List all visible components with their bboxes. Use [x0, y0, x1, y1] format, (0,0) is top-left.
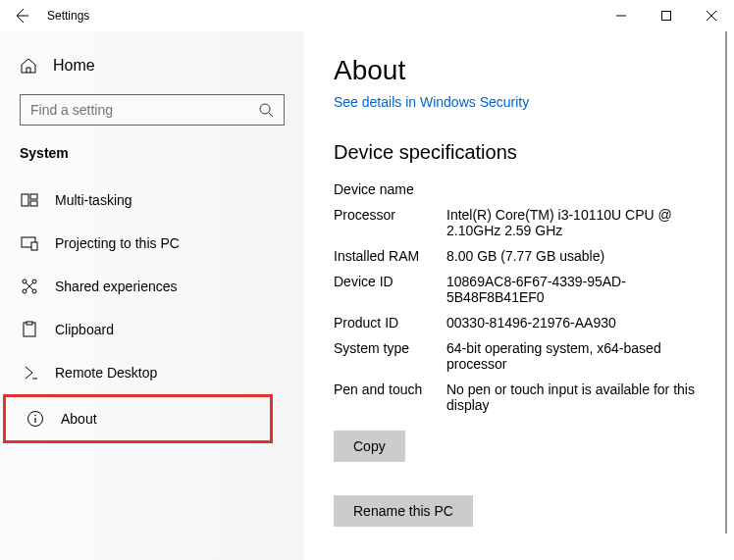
spec-pen-touch: Pen and touch No pen or touch input is a…: [334, 382, 724, 413]
spec-value: 8.00 GB (7.77 GB usable): [446, 248, 724, 264]
spec-label: Product ID: [334, 315, 446, 331]
projecting-icon: [20, 233, 39, 253]
spec-system-type: System type 64-bit operating system, x64…: [334, 340, 724, 372]
specs-heading: Device specifications: [334, 141, 724, 164]
spec-value: 00330-81496-21976-AA930: [446, 315, 724, 331]
spec-ram: Installed RAM 8.00 GB (7.77 GB usable): [334, 248, 724, 264]
spec-value: 64-bit operating system, x64-based proce…: [446, 340, 724, 372]
rename-button[interactable]: Rename this PC: [334, 495, 473, 527]
sidebar-home[interactable]: Home: [0, 49, 304, 82]
sidebar-item-label: Projecting to this PC: [55, 235, 180, 251]
spec-label: Processor: [334, 207, 446, 238]
multitasking-icon: [20, 190, 39, 210]
svg-rect-10: [31, 242, 37, 250]
sidebar-item-label: About: [61, 411, 97, 427]
spec-device-id: Device ID 10869AC8-6F67-4339-95AD-5B48F8…: [334, 274, 724, 305]
copy-button[interactable]: Copy: [334, 431, 405, 462]
close-button[interactable]: [689, 0, 734, 31]
search-input[interactable]: [20, 94, 285, 126]
sidebar-home-label: Home: [53, 57, 95, 75]
page-title: About: [334, 55, 724, 86]
spec-value: [446, 181, 724, 197]
sidebar-item-label: Multi-tasking: [55, 192, 132, 208]
sidebar-item-label: Shared experiences: [55, 279, 178, 294]
sidebar-item-remote[interactable]: Remote Desktop: [0, 351, 304, 394]
info-icon: [26, 409, 45, 429]
back-icon[interactable]: [14, 8, 29, 24]
sidebar-item-about[interactable]: About: [3, 394, 273, 443]
sidebar-section-heading: System: [0, 145, 304, 161]
spec-label: Device name: [334, 181, 446, 197]
svg-point-21: [34, 415, 36, 417]
maximize-button[interactable]: [644, 0, 689, 31]
window-title: Settings: [47, 9, 89, 23]
svg-rect-18: [26, 322, 32, 325]
spec-product-id: Product ID 00330-81496-21976-AA930: [334, 315, 724, 331]
svg-rect-8: [30, 201, 37, 206]
search-icon: [258, 102, 274, 118]
sidebar-item-multitasking[interactable]: Multi-tasking: [0, 178, 304, 222]
sidebar-item-projecting[interactable]: Projecting to this PC: [0, 222, 304, 265]
titlebar: Settings: [0, 0, 734, 31]
spec-value: 10869AC8-6F67-4339-95AD-5B48F8B41EF0: [446, 274, 724, 305]
spec-label: System type: [334, 340, 446, 372]
spec-value: No pen or touch input is available for t…: [446, 382, 724, 413]
svg-rect-6: [22, 194, 28, 206]
home-icon: [20, 57, 37, 75]
sidebar-item-label: Clipboard: [55, 322, 114, 337]
shared-icon: [20, 277, 39, 296]
spec-label: Pen and touch: [334, 382, 446, 413]
svg-rect-1: [662, 12, 671, 21]
svg-rect-7: [30, 194, 37, 199]
clipboard-icon: [20, 320, 39, 339]
remote-icon: [20, 363, 39, 382]
minimize-button[interactable]: [599, 0, 644, 31]
scrollbar[interactable]: [725, 31, 727, 534]
sidebar: Home System Multi-tasking Projecting to …: [0, 31, 304, 560]
spec-label: Device ID: [334, 274, 446, 305]
sidebar-item-clipboard[interactable]: Clipboard: [0, 308, 304, 351]
sidebar-item-label: Remote Desktop: [55, 365, 157, 381]
svg-point-4: [260, 104, 270, 114]
spec-label: Installed RAM: [334, 248, 446, 264]
main-panel: About See details in Windows Security De…: [304, 31, 734, 560]
spec-processor: Processor Intel(R) Core(TM) i3-10110U CP…: [334, 207, 724, 238]
spec-device-name: Device name: [334, 181, 724, 197]
spec-value: Intel(R) Core(TM) i3-10110U CPU @ 2.10GH…: [446, 207, 724, 238]
sidebar-item-shared[interactable]: Shared experiences: [0, 265, 304, 308]
search-field[interactable]: [30, 102, 258, 118]
security-link[interactable]: See details in Windows Security: [334, 94, 724, 110]
svg-line-5: [269, 113, 273, 117]
